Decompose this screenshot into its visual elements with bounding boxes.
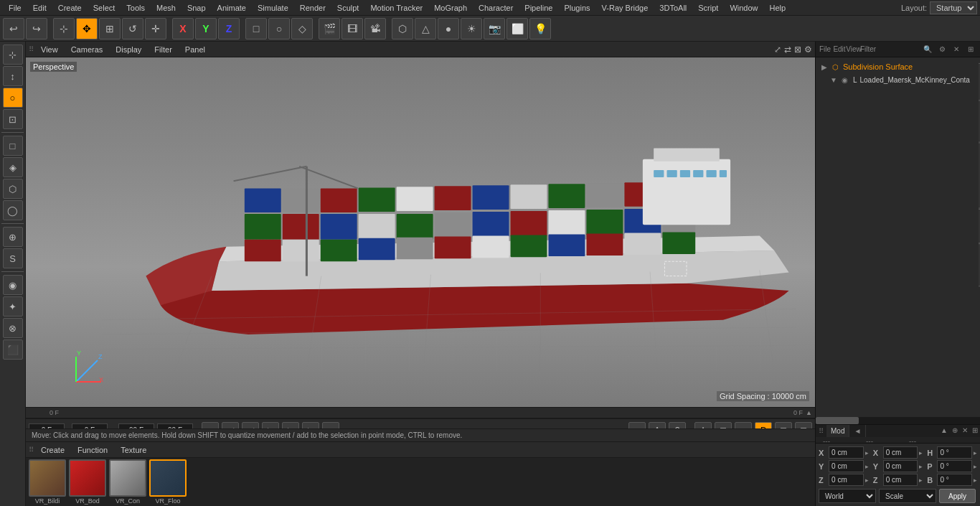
menu-animate[interactable]: Animate [212,2,252,14]
lamp-icon[interactable]: 💡 [529,18,551,39]
lt-tool4[interactable]: ◯ [3,200,23,220]
material-create-menu[interactable]: Create [35,445,70,455]
viewport-maximize-icon[interactable]: ⤢ [774,44,781,55]
menu-snap[interactable]: Snap [182,2,212,14]
scrollbar-thumb[interactable] [816,417,859,424]
y-pos-arrow[interactable]: ▸ [865,463,869,470]
obj-subdivision-surface[interactable]: ▶ ⬡ Subdivision Surface [819,60,977,73]
vp-view-menu[interactable]: View [35,44,64,55]
menu-3dtoall[interactable]: 3DToAll [654,2,692,14]
attr-tab-mod[interactable]: Mod [826,425,849,437]
redo-button[interactable]: ↪ [26,18,47,39]
viewport-settings-icon[interactable]: ⚙ [804,44,812,55]
material-thumb-3[interactable] [149,459,187,497]
eye-icon[interactable]: ◉ [840,75,850,85]
z-pos-field[interactable]: 0 cm [829,474,864,486]
material-thumb-2[interactable] [109,459,146,497]
p-arrow[interactable]: ▸ [974,463,977,470]
p-field[interactable]: 0 ° [937,460,972,472]
h-arrow[interactable]: ▸ [974,449,977,456]
floor-icon[interactable]: ⬜ [507,18,528,39]
lt-rotate[interactable]: ○ [3,88,23,108]
object-mode-button[interactable]: □ [245,18,267,39]
menu-window[interactable]: Window [724,2,763,14]
undo-button[interactable]: ↩ [3,18,24,39]
material-function-menu[interactable]: Function [72,445,113,455]
right-panel-scrollbar[interactable] [816,417,980,424]
viewport-canvas[interactable]: Perspective Grid Spacing : 10000 cm X Y … [26,57,815,407]
vp-panel-menu[interactable]: Panel [179,44,211,55]
menu-mograph[interactable]: MoGraph [428,2,473,14]
lt-move[interactable]: ↕ [3,66,23,86]
y-rot-arrow[interactable]: ▸ [919,463,923,470]
menu-motion-tracker[interactable]: Motion Tracker [364,2,428,14]
material-thumb-0[interactable] [29,459,66,497]
rp-icon-search[interactable]: 🔍 [921,43,934,56]
b-arrow[interactable]: ▸ [974,477,977,484]
z-axis-button[interactable]: Z [218,18,240,39]
menu-mesh[interactable]: Mesh [151,2,182,14]
material-slot-0[interactable]: VR_Bildi [29,459,66,505]
menu-tools[interactable]: Tools [121,2,151,14]
menu-script[interactable]: Script [692,2,724,14]
attr-icon1[interactable]: ▲ [938,425,950,437]
y-rot-field[interactable]: 0 cm [883,460,918,472]
y-axis-button[interactable]: Y [195,18,217,39]
menu-vray[interactable]: V-Ray Bridge [596,2,654,14]
menu-render[interactable]: Render [294,2,331,14]
lights-icon[interactable]: ☀ [461,18,482,39]
render-button[interactable]: 🎬 [319,18,340,39]
b-field[interactable]: 0 ° [937,474,972,486]
menu-help[interactable]: Help [764,2,792,14]
lt-select[interactable]: ⊹ [3,44,23,65]
h-field[interactable]: 0 ° [937,446,972,459]
layout-dropdown[interactable]: Startup [930,1,977,14]
x-pos-field[interactable]: 0 cm [829,446,864,459]
menu-file[interactable]: File [3,2,27,14]
attr-icon4[interactable]: ⊞ [970,425,980,437]
cone-icon[interactable]: △ [415,18,436,39]
render-region-button[interactable]: 🎞 [341,18,363,39]
timeline-ruler[interactable]: 0 F 0 10 20 30 40 50 60 70 80 90 [26,407,815,418]
select-tool-button[interactable]: ⊹ [53,18,75,39]
y-pos-field[interactable]: 0 cm [829,460,864,472]
lt-scale[interactable]: ⊡ [3,109,23,129]
rp-icon-close[interactable]: ✕ [950,43,963,56]
attr-icon3[interactable]: ✕ [960,425,970,437]
lt-snap[interactable]: ⊕ [3,227,23,247]
x-axis-button[interactable]: X [172,18,194,39]
menu-select[interactable]: Select [88,2,121,14]
rp-edit-btn[interactable]: Edit [833,43,846,56]
cube-icon[interactable]: ⬡ [392,18,413,39]
world-dropdown[interactable]: World [819,489,876,503]
rp-icon-settings[interactable]: ⚙ [936,43,948,56]
lt-plugin1[interactable]: ⊗ [3,318,23,338]
lt-material[interactable]: ◉ [3,275,23,295]
attr-tab-arrow[interactable]: ◄ [849,425,866,437]
scale-dropdown[interactable]: Scale [879,489,936,503]
x-pos-arrow[interactable]: ▸ [865,449,869,456]
menu-sculpt[interactable]: Sculpt [331,2,365,14]
rotate-tool-button[interactable]: ↺ [122,18,143,39]
z-rot-field[interactable]: 0 cm [883,474,918,486]
menu-plugins[interactable]: Plugins [558,2,595,14]
attr-icon2[interactable]: ⊕ [950,425,960,437]
z-rot-arrow[interactable]: ▸ [919,477,923,484]
rp-view-btn[interactable]: View [847,43,860,56]
viewport-sync-icon[interactable]: ⇄ [784,44,791,55]
sphere-icon[interactable]: ● [438,18,459,39]
vp-filter-menu[interactable]: Filter [149,44,177,55]
material-texture-menu[interactable]: Texture [115,445,152,455]
material-slot-3[interactable]: VR_Floo [149,459,187,505]
lt-plugin2[interactable]: ⬛ [3,339,23,360]
menu-pipeline[interactable]: Pipeline [519,2,558,14]
render-viewport-button[interactable]: 📽 [364,18,386,39]
rp-filter-btn[interactable]: Filter [862,43,875,56]
menu-simulate[interactable]: Simulate [252,2,294,14]
z-pos-arrow[interactable]: ▸ [865,477,869,484]
rp-file-btn[interactable]: File [819,43,831,56]
menu-edit[interactable]: Edit [27,2,52,14]
lt-tool1[interactable]: □ [3,136,23,156]
material-slot-1[interactable]: VR_Bod [69,459,106,505]
lt-tool2[interactable]: ◈ [3,157,23,177]
